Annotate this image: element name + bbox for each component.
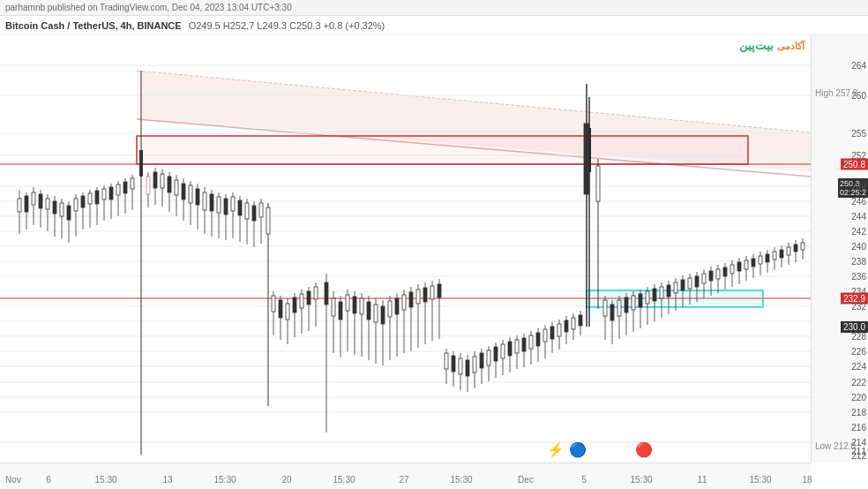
svg-rect-213 bbox=[667, 285, 670, 297]
svg-rect-137 bbox=[395, 298, 399, 314]
price-label-240: 240 bbox=[851, 242, 866, 252]
svg-rect-171 bbox=[515, 340, 519, 353]
svg-rect-49 bbox=[74, 199, 78, 211]
svg-rect-123 bbox=[346, 295, 349, 311]
svg-rect-155 bbox=[459, 358, 462, 374]
price-label-232: 232 bbox=[851, 302, 866, 312]
svg-rect-191 bbox=[584, 124, 589, 194]
svg-rect-165 bbox=[494, 347, 498, 361]
svg-rect-125 bbox=[353, 297, 356, 313]
svg-rect-157 bbox=[466, 360, 469, 376]
svg-rect-219 bbox=[688, 278, 692, 289]
time-label-1530-1: 15:30 bbox=[94, 475, 116, 485]
symbol-text: Bitcoin Cash / TetherUS, 4h, BINANCE bbox=[5, 20, 182, 31]
price-label-224: 224 bbox=[851, 362, 866, 372]
svg-rect-39 bbox=[39, 194, 42, 208]
svg-rect-101 bbox=[266, 207, 270, 234]
svg-rect-95 bbox=[245, 203, 249, 219]
svg-rect-201 bbox=[625, 297, 628, 312]
svg-rect-37 bbox=[32, 192, 35, 205]
svg-rect-197 bbox=[610, 305, 614, 320]
svg-rect-77 bbox=[182, 184, 185, 199]
svg-rect-107 bbox=[286, 304, 289, 320]
svg-text:⚡: ⚡ bbox=[547, 441, 565, 458]
svg-rect-111 bbox=[300, 294, 303, 308]
time-label-20: 20 bbox=[281, 475, 291, 485]
logo: آکادمی بیت‌پین bbox=[736, 37, 808, 54]
svg-rect-181 bbox=[550, 327, 554, 339]
svg-rect-193 bbox=[596, 166, 600, 201]
svg-rect-91 bbox=[231, 197, 235, 211]
svg-rect-113 bbox=[307, 291, 311, 305]
svg-rect-129 bbox=[367, 302, 370, 320]
price-label-255: 255 bbox=[851, 129, 866, 139]
svg-rect-229 bbox=[723, 267, 727, 276]
svg-rect-207 bbox=[646, 291, 649, 304]
svg-rect-217 bbox=[681, 280, 685, 290]
svg-rect-63 bbox=[123, 182, 127, 193]
svg-rect-81 bbox=[196, 189, 199, 205]
svg-rect-41 bbox=[46, 199, 49, 209]
symbol-bar: Bitcoin Cash / TetherUS, 4h, BINANCE O24… bbox=[0, 16, 868, 35]
price-label-220: 220 bbox=[851, 393, 866, 402]
svg-rect-227 bbox=[716, 269, 720, 279]
svg-rect-87 bbox=[217, 197, 221, 213]
chart-area: ⚡ 🔵 🔴 bbox=[0, 35, 811, 463]
svg-rect-203 bbox=[632, 296, 635, 310]
svg-rect-139 bbox=[402, 295, 406, 310]
time-label-27: 27 bbox=[399, 475, 408, 485]
svg-rect-117 bbox=[325, 282, 328, 305]
svg-rect-89 bbox=[224, 199, 228, 214]
svg-rect-33 bbox=[18, 199, 21, 212]
svg-rect-115 bbox=[314, 287, 318, 299]
svg-rect-235 bbox=[745, 260, 748, 269]
svg-rect-241 bbox=[766, 254, 769, 262]
svg-rect-69 bbox=[153, 172, 157, 188]
svg-text:🔴: 🔴 bbox=[635, 441, 653, 458]
svg-rect-67 bbox=[146, 177, 150, 194]
time-axis: Nov 6 15:30 13 15:30 20 15:30 27 15:30 D… bbox=[0, 463, 811, 489]
svg-rect-179 bbox=[543, 329, 547, 342]
svg-rect-75 bbox=[175, 180, 178, 195]
price-label-226: 226 bbox=[851, 347, 866, 357]
svg-rect-59 bbox=[109, 187, 113, 199]
svg-rect-61 bbox=[116, 184, 120, 195]
svg-rect-26 bbox=[137, 136, 748, 164]
time-label-1530-3: 15:30 bbox=[333, 475, 355, 485]
time-label-nov: Nov bbox=[5, 475, 21, 485]
top-bar-text: parhamnb published on TradingView.com, D… bbox=[5, 3, 292, 12]
svg-rect-195 bbox=[603, 300, 607, 316]
svg-rect-177 bbox=[536, 333, 540, 346]
svg-rect-199 bbox=[617, 300, 621, 316]
price-label-264: 264 bbox=[851, 61, 866, 71]
price-label-211: 211 bbox=[851, 447, 866, 456]
svg-rect-205 bbox=[639, 294, 642, 307]
high-label: High 257.8 bbox=[815, 88, 857, 98]
svg-rect-243 bbox=[773, 252, 776, 260]
svg-rect-173 bbox=[522, 338, 526, 351]
svg-text:🔵: 🔵 bbox=[569, 441, 587, 458]
time-label-1530-6: 15:30 bbox=[749, 475, 771, 485]
svg-rect-183 bbox=[557, 324, 561, 336]
svg-rect-237 bbox=[752, 259, 755, 267]
price-label-236: 236 bbox=[851, 272, 866, 282]
svg-rect-221 bbox=[695, 276, 699, 287]
svg-rect-211 bbox=[660, 287, 663, 298]
time-label-13: 13 bbox=[162, 475, 172, 485]
time-label-dec: Dec bbox=[518, 475, 534, 485]
svg-rect-231 bbox=[730, 265, 734, 274]
svg-rect-71 bbox=[161, 174, 164, 188]
svg-rect-47 bbox=[67, 206, 71, 220]
svg-rect-135 bbox=[388, 301, 392, 317]
low-label: Low 212.0 bbox=[815, 441, 856, 451]
price-label-242: 242 bbox=[851, 227, 866, 237]
svg-rect-249 bbox=[794, 244, 797, 252]
svg-rect-73 bbox=[168, 177, 171, 192]
svg-rect-57 bbox=[102, 189, 106, 199]
svg-rect-145 bbox=[423, 288, 427, 302]
chart-container: parhamnb published on TradingView.com, D… bbox=[0, 0, 868, 489]
svg-rect-103 bbox=[272, 296, 275, 312]
svg-rect-247 bbox=[787, 247, 790, 255]
svg-rect-119 bbox=[332, 298, 335, 316]
time-label-1530-4: 15:30 bbox=[450, 475, 472, 485]
